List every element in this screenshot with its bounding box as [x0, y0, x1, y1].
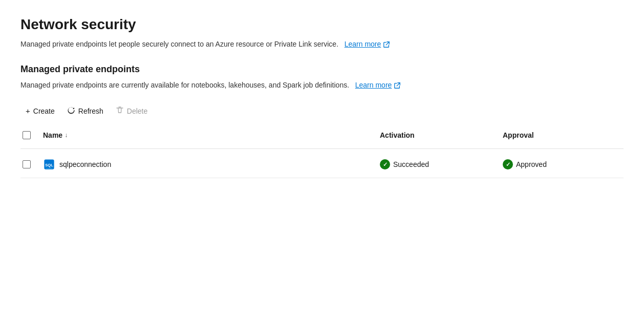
approval-column-header: Approval [501, 127, 624, 143]
activation-status-badge: ✓ Succeeded [380, 159, 429, 169]
create-icon: + [26, 106, 30, 115]
name-column-header: Name ↓ [41, 127, 378, 143]
activation-column-header: Activation [378, 127, 501, 143]
svg-text:SQL: SQL [45, 163, 53, 167]
activation-success-icon: ✓ [380, 159, 390, 169]
name-cell: SQL sqlpeconnection [41, 156, 378, 173]
delete-button[interactable]: Delete [111, 103, 153, 119]
learn-more-link-1[interactable]: Learn more [345, 39, 391, 50]
select-all-header [20, 127, 41, 143]
page-title: Network security [20, 16, 624, 33]
delete-icon [116, 106, 124, 116]
row-checkbox-cell [20, 158, 41, 170]
learn-more-link-2[interactable]: Learn more [355, 80, 401, 91]
section-title: Managed private endpoints [20, 64, 624, 75]
table-row: SQL sqlpeconnection ✓ Succeeded ✓ Approv… [20, 151, 624, 178]
refresh-button[interactable]: Refresh [62, 103, 109, 119]
approval-cell: ✓ Approved [501, 157, 624, 172]
row-checkbox[interactable] [23, 160, 31, 168]
toolbar: + Create Refresh Delete [20, 103, 624, 119]
sort-desc-icon: ↓ [65, 132, 68, 139]
approval-status-badge: ✓ Approved [503, 159, 547, 169]
refresh-icon [67, 106, 75, 116]
approval-success-icon: ✓ [503, 159, 513, 169]
page-description: Managed private endpoints let people sec… [20, 39, 624, 50]
external-link-icon-1 [383, 41, 390, 48]
section-description: Managed private endpoints are currently … [20, 80, 624, 91]
sql-icon: SQL [43, 158, 55, 170]
select-all-checkbox[interactable] [23, 131, 31, 139]
create-button[interactable]: + Create [20, 103, 60, 118]
external-link-icon-2 [394, 82, 401, 89]
activation-cell: ✓ Succeeded [378, 157, 501, 172]
table-header: Name ↓ Activation Approval [20, 127, 624, 149]
endpoints-table: Name ↓ Activation Approval SQL sqlpeconn… [20, 127, 624, 178]
